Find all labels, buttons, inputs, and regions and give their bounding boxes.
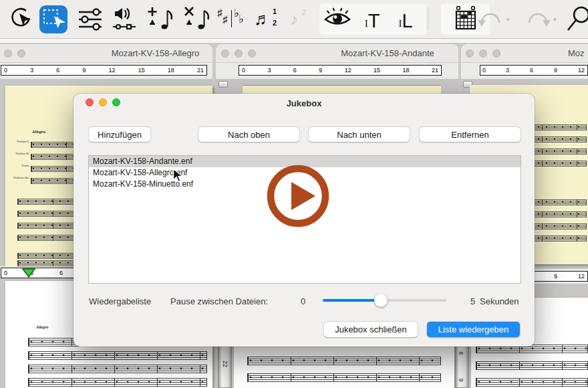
measure-ruler: 0 3 6 9 12 15 18 21 [1,65,207,76]
flat-icon: ♭ [239,13,244,25]
sharp-icon: ♯ [223,14,228,24]
instrument-label: Violino II. [5,152,29,155]
ruler-number: 6 [458,351,464,355]
pause-min-value: 0 [301,296,305,307]
close-window-button[interactable] [4,50,12,58]
playback-position-marker[interactable] [22,268,35,278]
ruler-number: 0 [242,67,245,74]
selection-tool[interactable] [39,5,68,34]
redo-dropdown-caret: ▾ [553,16,557,23]
ruler-number: 0 [4,67,7,74]
mixer-sliders-icon [76,5,105,34]
ruler-number: 6 [59,270,63,276]
ruler-number: 0 [4,270,7,276]
ruler-number: 12 [345,67,351,74]
ruler-number: 15 [138,67,145,74]
smart-shape-tool[interactable] [323,5,352,34]
x-note-icon [182,5,212,34]
grace-note-tool-disabled: ♪ 2 [286,5,315,34]
beamed-notes-icon: ♬ [254,10,271,27]
ruler-number: 9 [458,378,464,381]
remove-button[interactable]: Entfernen [420,127,521,142]
slider-fill [323,299,381,302]
mouse-cursor [172,168,184,183]
ruler-number: 15 [374,67,380,74]
ruler-number: 18 [403,67,410,74]
accidentals-tool[interactable]: ♯ ♯ ♭ ♭ [216,5,245,34]
selection-marquee-icon [39,5,68,34]
lyrics-tool[interactable]: IL [391,5,420,34]
play-indicator[interactable] [266,164,330,228]
move-down-button[interactable]: Nach unten [309,127,410,142]
ruler-number: 18 [168,67,174,74]
dialog-title: Jukebox [74,98,535,108]
instrument-label: Violino I. [5,140,29,143]
instrument-label: Viola. [5,164,29,167]
close-jukebox-button[interactable]: Jukebox schließen [324,322,418,337]
staff [28,351,207,360]
zoom-tool[interactable] [564,5,588,34]
play-list-button[interactable]: Liste wiedergeben [427,322,520,337]
ruler-number: 3 [506,67,509,74]
minimize-window-button[interactable] [479,50,487,58]
redo-button-disabled [524,5,553,34]
speaker-nodes-icon [110,5,140,34]
plus-note-icon [146,5,175,34]
staff [247,373,441,382]
pause-slider[interactable] [323,291,446,310]
ruler-number: 22 [222,361,229,367]
zoom-window-button[interactable] [492,50,500,58]
ruler-number: 9 [554,273,557,280]
close-window-button[interactable] [221,50,229,58]
ruler-number: 6 [530,67,533,74]
grace-digit-label: 2 [302,9,306,16]
measure-ruler: 0 3 6 9 12 [480,65,588,76]
speedy-entry-tool[interactable] [5,5,35,34]
zoom-window-button[interactable] [248,50,256,58]
minimize-window-button[interactable] [17,50,25,58]
app-screen: ♯ ♯ ♭ ♭ ♬ 1 2 ♪ 2 IT IL [0,0,588,388]
window-title: Moz [568,48,588,58]
staff [476,378,588,387]
voice-1-label: 1 [273,8,277,15]
window-title: Mozart-KV-158-Allegro [90,48,220,58]
ruler-number: 12 [578,273,585,280]
ruler-number: 9 [319,67,322,74]
divider [231,10,232,27]
voice-2-label: 2 [273,19,277,27]
text-tool-t: T [368,13,380,29]
ruler-number: 12 [109,67,116,74]
simple-entry-delete-tool[interactable] [182,5,212,34]
mixer-tool[interactable] [76,5,105,34]
view-grabber[interactable] [218,81,228,88]
text-tool[interactable]: IT [357,5,387,34]
move-up-button[interactable]: Nach oben [198,127,299,142]
playlist-label: Wiedergabeliste [89,296,151,307]
lyrics-tool-l: L [402,13,412,29]
ruler-number: 6 [56,67,59,74]
magnifier-icon [564,5,588,34]
staff [28,365,207,373]
ruler-number: 3 [30,67,33,74]
ruler-number: 12 [578,67,585,74]
staff [476,361,588,370]
toolbar: ♯ ♯ ♭ ♭ ♬ 1 2 ♪ 2 IT IL [0,0,588,39]
redo-icon [524,5,553,34]
sharp-icon: ♯ [217,7,223,17]
add-button[interactable]: Hinzufügen [89,127,150,142]
ruler-number: 9 [554,67,557,74]
minimize-window-button[interactable] [235,50,243,58]
close-window-button[interactable] [466,50,474,58]
playback-midi-tool[interactable] [110,5,140,34]
simple-entry-add-tool[interactable] [146,5,175,34]
seconds-unit-label: Sekunden [480,296,519,307]
pause-label: Pause zwischen Dateien: [170,296,268,307]
undo-icon [475,5,504,34]
voices-tool[interactable]: ♬ 1 2 [253,5,282,34]
slider-thumb[interactable] [374,294,388,307]
grace-note-icon: ♪ [290,11,298,27]
jukebox-dialog: Jukebox Hinzufügen Nach oben Nach unten … [74,94,535,347]
staff [247,357,441,365]
staff [28,378,207,387]
window-title: Mozart-KV-158-Andante [331,48,444,58]
